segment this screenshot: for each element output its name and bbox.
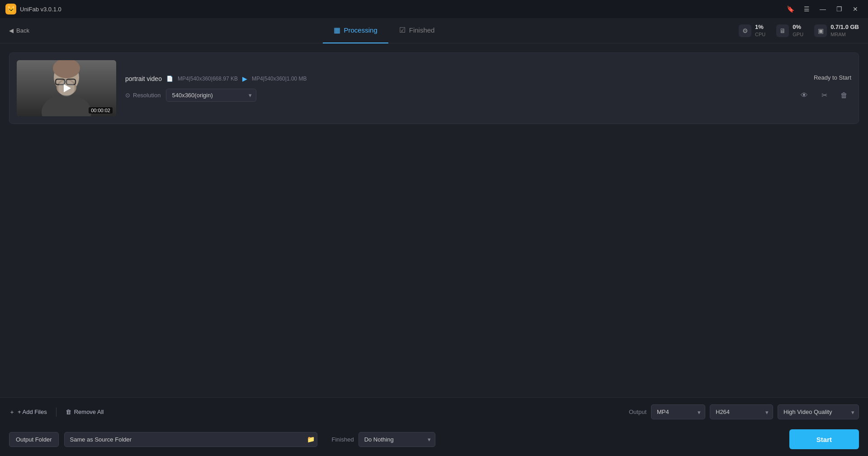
output-folder-button[interactable]: Output Folder — [9, 432, 59, 447]
arrow-right-icon: ▶ — [242, 75, 247, 82]
bookmark-button[interactable]: 🔖 — [783, 3, 797, 15]
cpu-stat: ⚙ 1% CPU — [739, 24, 765, 38]
mram-stat: ▣ 0.7/1.0 GB MRAM — [814, 24, 859, 38]
start-label: Start — [816, 436, 832, 443]
remove-all-label: Remove All — [74, 408, 104, 415]
back-button[interactable]: ◀ Back — [9, 27, 29, 34]
folder-path-input[interactable] — [64, 432, 317, 447]
play-button[interactable] — [58, 80, 75, 96]
delete-button[interactable]: 🗑 — [837, 88, 851, 103]
file-meta-icon: 📄 — [166, 76, 173, 82]
restore-button[interactable]: ❐ — [832, 3, 846, 15]
start-button[interactable]: Start — [789, 429, 859, 449]
finished-label: Finished — [332, 436, 354, 443]
output-folder-label: Output Folder — [16, 436, 52, 443]
app-title: UniFab v3.0.1.0 — [20, 6, 61, 13]
gpu-values: 0% GPU — [793, 24, 803, 38]
minimize-button[interactable]: — — [816, 3, 830, 15]
cpu-label: CPU — [755, 31, 765, 38]
title-bar-controls: 🔖 ☰ — ❐ ✕ — [783, 3, 863, 15]
file-info: portrait video 📄 MP4|540x360|668.97 KB ▶… — [125, 75, 788, 102]
input-format: MP4|540x360|668.97 KB — [178, 76, 238, 82]
folder-path-wrapper: 📁 — [64, 432, 317, 447]
quality-select-wrapper: High Video Quality Medium Video Quality … — [778, 404, 859, 419]
title-bar: 🐱 UniFab v3.0.1.0 🔖 ☰ — ❐ ✕ — [0, 0, 868, 18]
mram-label: MRAM — [830, 31, 859, 38]
gpu-label: GPU — [793, 31, 803, 38]
format-select-wrapper: MP4 MKV AVI MOV — [651, 404, 705, 419]
back-icon: ◀ — [9, 27, 14, 34]
resolution-select-wrapper: 540x360(origin) 1080x720 1920x1080 — [166, 89, 256, 102]
app-logo: 🐱 — [5, 4, 16, 14]
finished-select[interactable]: Do Nothing Shut Down Sleep Restart — [359, 432, 435, 447]
gpu-stat: 🖥 0% GPU — [776, 24, 803, 38]
action-icons: 👁 ✂ 🗑 — [797, 88, 851, 103]
video-thumbnail[interactable]: 00:00:02 — [17, 60, 116, 116]
app-logo-icon: 🐱 — [7, 5, 15, 13]
resolution-label: ⊙ Resolution — [125, 92, 160, 99]
mram-icon: ▣ — [814, 24, 827, 37]
mram-values: 0.7/1.0 GB MRAM — [830, 24, 859, 38]
file-name: portrait video — [125, 75, 162, 82]
gpu-percent: 0% — [793, 24, 803, 31]
resolution-text: Resolution — [133, 92, 160, 99]
output-label: Output — [629, 408, 646, 415]
finished-select-wrapper: Do Nothing Shut Down Sleep Restart — [359, 432, 435, 447]
format-select[interactable]: MP4 MKV AVI MOV — [651, 404, 705, 419]
cpu-icon: ⚙ — [739, 24, 751, 37]
codec-select[interactable]: H264 H265 VP9 — [710, 404, 773, 419]
folder-browse-button[interactable]: 📁 — [307, 436, 315, 443]
remove-all-icon: 🗑 — [66, 408, 71, 415]
cpu-percent: 1% — [755, 24, 765, 31]
preview-button[interactable]: 👁 — [797, 88, 811, 103]
output-section: Output MP4 MKV AVI MOV H264 H265 VP9 Hig — [629, 404, 859, 419]
cpu-values: 1% CPU — [755, 24, 765, 38]
add-files-icon: ＋ — [9, 408, 15, 416]
finished-tab-label: Finished — [409, 26, 435, 34]
nav-stats: ⚙ 1% CPU 🖥 0% GPU ▣ 0.7/1.0 GB MRAM — [739, 24, 859, 38]
bottom-bar: ＋ + Add Files 🗑 Remove All Output MP4 MK… — [0, 397, 868, 456]
nav-tabs: ▦ Processing ☑ Finished — [38, 18, 730, 43]
nav-bar: ◀ Back ▦ Processing ☑ Finished ⚙ 1% CPU … — [0, 18, 868, 43]
main-content: 00:00:02 portrait video 📄 MP4|540x360|66… — [0, 43, 868, 397]
tab-processing[interactable]: ▦ Processing — [323, 18, 388, 43]
close-button[interactable]: ✕ — [848, 3, 863, 15]
menu-button[interactable]: ☰ — [799, 3, 814, 15]
add-files-button[interactable]: ＋ + Add Files — [9, 408, 47, 416]
finished-tab-icon: ☑ — [399, 26, 406, 34]
remove-all-button[interactable]: 🗑 Remove All — [66, 408, 104, 415]
processing-tab-icon: ▦ — [334, 26, 340, 34]
file-actions: Ready to Start 👁 ✂ 🗑 — [797, 74, 851, 103]
bottom-row1: ＋ + Add Files 🗑 Remove All Output MP4 MK… — [9, 399, 859, 423]
resolution-circle-icon: ⊙ — [125, 92, 130, 99]
finished-section: Finished Do Nothing Shut Down Sleep Rest… — [332, 432, 435, 447]
add-files-label: + Add Files — [18, 408, 47, 415]
status-label: Ready to Start — [814, 74, 851, 81]
gpu-icon: 🖥 — [776, 24, 789, 37]
resolution-select[interactable]: 540x360(origin) 1080x720 1920x1080 — [166, 89, 256, 102]
back-label: Back — [16, 27, 29, 34]
output-format: MP4|540x360|1.00 MB — [252, 76, 307, 82]
divider — [56, 408, 57, 417]
resolution-row: ⊙ Resolution 540x360(origin) 1080x720 19… — [125, 89, 788, 102]
thumb-time: 00:00:02 — [89, 107, 113, 114]
title-bar-left: 🐱 UniFab v3.0.1.0 — [5, 4, 61, 14]
tab-finished[interactable]: ☑ Finished — [388, 18, 446, 43]
file-card: 00:00:02 portrait video 📄 MP4|540x360|66… — [9, 52, 859, 124]
file-name-row: portrait video 📄 MP4|540x360|668.97 KB ▶… — [125, 75, 788, 82]
quality-select[interactable]: High Video Quality Medium Video Quality … — [778, 404, 859, 419]
cut-button[interactable]: ✂ — [817, 88, 831, 103]
mram-value: 0.7/1.0 GB — [830, 24, 859, 31]
bottom-row2: Output Folder 📁 Finished Do Nothing Shut… — [9, 426, 859, 455]
codec-select-wrapper: H264 H265 VP9 — [710, 404, 773, 419]
processing-tab-label: Processing — [344, 26, 377, 34]
